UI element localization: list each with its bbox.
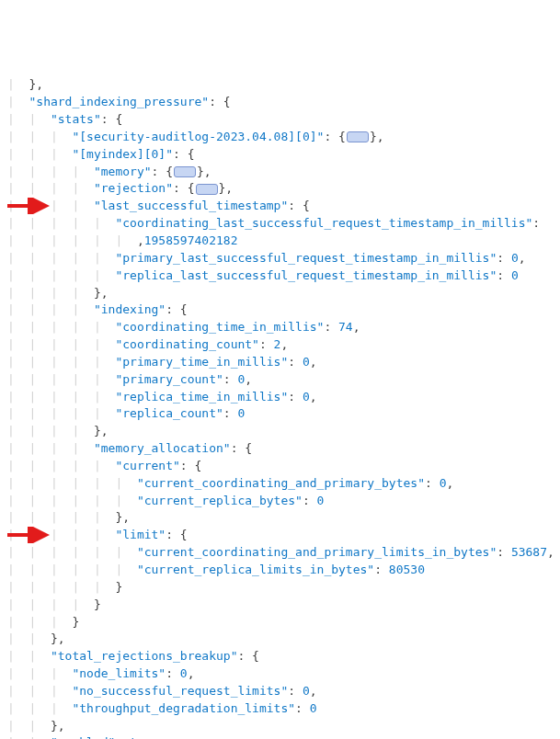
code-line: | | | | | "primary_time_in_millis": 0,: [7, 354, 553, 371]
code-line: | | | | "last_successful_timestamp": {: [7, 198, 553, 215]
code-line: | | "total_rejections_breakup": {: [7, 648, 553, 665]
code-line: | | | "throughput_degradation_limits": 0: [7, 700, 553, 718]
code-line: | | | | }: [7, 597, 553, 614]
json-key: "[security-auditlog-2023.04.08][0]": [72, 130, 324, 143]
json-number: 0: [310, 701, 317, 715]
code-line: | | | | | "coordinating_count": 2,: [7, 336, 553, 354]
json-key: "primary_last_successful_request_timesta…: [115, 251, 497, 265]
code-line: | | | | | "coordinating_last_successful_…: [7, 215, 553, 233]
json-key: "current_coordinating_and_primary_limits…: [137, 545, 497, 559]
code-line: | | | | | }: [7, 579, 553, 597]
json-number: 0: [303, 355, 310, 369]
collapsed-object-badge[interactable]: [174, 166, 196, 177]
code-line: | | | "no_successful_request_limits": 0,: [7, 683, 553, 700]
code-line: | | | | "memory": {},: [7, 164, 553, 181]
json-number: 0: [511, 251, 519, 265]
json-key: "stats": [51, 112, 101, 126]
json-key: "last_successful_timestamp": [94, 199, 288, 212]
code-line: | | | "[myindex][0]": {: [7, 146, 553, 164]
json-key: "replica_last_successful_request_timesta…: [115, 268, 497, 282]
json-number: 0: [180, 666, 188, 680]
collapsed-object-badge[interactable]: [347, 131, 369, 142]
json-key: "enabled": [51, 735, 115, 739]
code-line: | | | | | "primary_last_successful_reque…: [7, 250, 553, 267]
json-key: "current_replica_limits_in_bytes": [137, 563, 374, 576]
code-line: | | "stats": {: [7, 111, 553, 129]
json-key: "no_successful_request_limits": [72, 684, 288, 698]
code-line: | | | | | | "current_coordinating_and_pr…: [7, 544, 553, 562]
code-line: | | | | | "primary_count": 0,: [7, 371, 553, 389]
json-key: "[myindex][0]": [72, 147, 173, 161]
json-number: 0: [511, 268, 519, 282]
json-key: "current": [115, 459, 179, 472]
json-key: "indexing": [94, 302, 166, 316]
json-key: "coordinating_time_in_millis": [115, 320, 324, 334]
code-line: | | | | },: [7, 285, 553, 302]
json-key: "rejection": [94, 181, 173, 195]
json-key: "primary_count": [115, 372, 223, 386]
json-key: "primary_time_in_millis": [115, 355, 288, 369]
json-key: "memory_allocation": [94, 441, 231, 455]
json-key: "coordinating_count": [115, 337, 259, 351]
json-number: 1958597402182: [144, 233, 238, 247]
json-key: "throughput_degradation_limits": [72, 701, 295, 715]
code-line: | | | "[security-auditlog-2023.04.08][0]…: [7, 129, 553, 146]
json-key: "coordinating_last_successful_request_ti…: [115, 216, 532, 230]
json-key: "total_rejections_breakup": [51, 649, 238, 663]
code-line: | | | }: [7, 614, 553, 631]
code-line: | | | | | | ,1958597402182: [7, 233, 553, 250]
code-line: | | | | | "replica_count": 0: [7, 405, 553, 423]
json-key: "replica_time_in_millis": [115, 390, 288, 404]
code-line: | | | | },: [7, 423, 553, 440]
code-line: | },: [7, 76, 553, 94]
code-line: | | },: [7, 631, 553, 648]
json-key: "shard_indexing_pressure": [29, 95, 209, 108]
code-line: | "shard_indexing_pressure": {: [7, 94, 553, 111]
collapsed-object-badge[interactable]: [196, 184, 218, 195]
json-number: 0: [303, 684, 310, 698]
json-code-block: | },| "shard_indexing_pressure": {| | "s…: [7, 76, 553, 739]
code-line: | | | | "rejection": {},: [7, 180, 553, 198]
code-line: | | | | | "current": {: [7, 458, 553, 475]
code-line: | | | | | "coordinating_time_in_millis":…: [7, 319, 553, 336]
json-number: 0: [237, 406, 245, 420]
json-number: 0: [317, 494, 325, 507]
code-line: | | | | | | "current_replica_limits_in_b…: [7, 562, 553, 579]
json-number: 74: [338, 320, 353, 334]
json-number: 53687: [511, 545, 547, 559]
code-line: | | | | | "limit": {: [7, 527, 553, 544]
code-line: | | },: [7, 718, 553, 735]
json-number: 80530: [389, 563, 425, 576]
json-key: "current_replica_bytes": [137, 494, 303, 507]
code-line: | | "enabled": true,: [7, 734, 553, 739]
code-line: | | | | | },: [7, 509, 553, 527]
json-key: "memory": [94, 165, 152, 178]
json-key: "node_limits": [72, 666, 166, 680]
json-key: "replica_count": [115, 406, 223, 420]
code-line: | | | | | "replica_last_successful_reque…: [7, 267, 553, 285]
json-key: "limit": [115, 528, 166, 541]
json-number: 0: [303, 390, 310, 404]
code-line: | | | | "memory_allocation": {: [7, 440, 553, 458]
json-boolean: true: [130, 735, 158, 739]
code-line: | | | | "indexing": {: [7, 301, 553, 319]
code-line: | | | | | "replica_time_in_millis": 0,: [7, 389, 553, 406]
code-line: | | | "node_limits": 0,: [7, 665, 553, 683]
code-line: | | | | | | "current_replica_bytes": 0: [7, 493, 553, 510]
json-key: "current_coordinating_and_primary_bytes": [137, 476, 425, 490]
code-line: | | | | | | "current_coordinating_and_pr…: [7, 475, 553, 493]
